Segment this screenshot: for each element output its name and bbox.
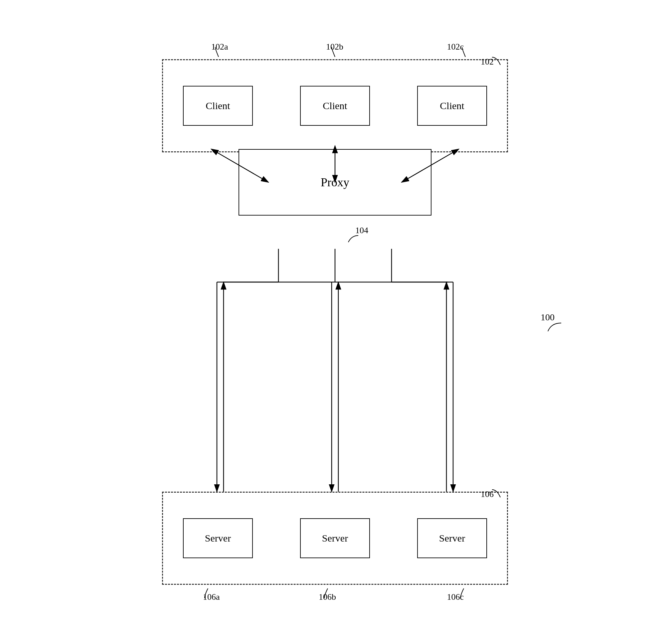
ref-102a-curve [214, 45, 224, 57]
server-box-3: Server [417, 518, 487, 558]
ref-102-curve [490, 56, 504, 66]
ref-102b-curve [330, 45, 340, 57]
ref-102c-curve [460, 45, 470, 57]
diagram-container: 100 102 102a 102b 102c Client [135, 39, 535, 605]
server-box-1: Server [183, 518, 253, 558]
client-box-2: Client [300, 86, 370, 126]
client-box-1: Client [183, 86, 253, 126]
clients-dashed-box: 102 102a 102b 102c Client Client Clien [162, 59, 508, 152]
ref-106a-curve [203, 587, 213, 599]
proxy-box: Proxy [239, 149, 431, 216]
ref-106c-curve [459, 587, 469, 599]
client-box-3: Client [417, 86, 487, 126]
servers-dashed-box: 106 106a 106b 106c Server Server Server [162, 492, 508, 585]
ref-100-curve [545, 321, 564, 338]
ref-106-curve [490, 488, 504, 498]
ref-106b-curve [323, 587, 333, 599]
server-box-2: Server [300, 518, 370, 558]
ref-104-curve [347, 234, 360, 244]
